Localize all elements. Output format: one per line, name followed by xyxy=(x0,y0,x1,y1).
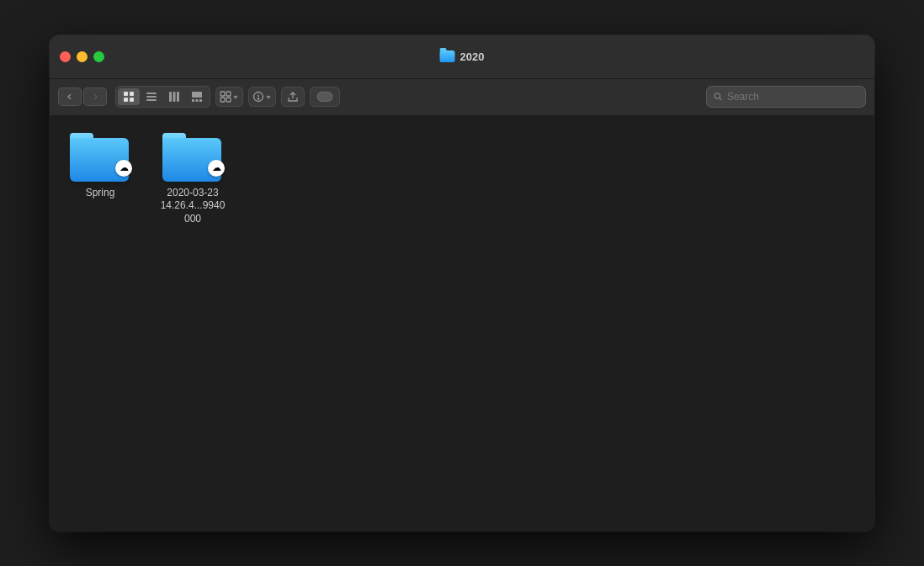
svg-rect-1 xyxy=(130,92,134,96)
view-gallery-button[interactable] xyxy=(186,88,208,105)
share-button[interactable] xyxy=(281,87,305,107)
list-item[interactable]: ☁ 2020-03-2314.26.4...9940000 xyxy=(159,133,226,226)
list-item[interactable]: ☁ Spring xyxy=(66,133,134,226)
view-column-button[interactable] xyxy=(163,88,185,105)
group-button[interactable] xyxy=(215,87,243,107)
svg-rect-22 xyxy=(317,93,332,102)
svg-rect-17 xyxy=(226,98,231,102)
toolbar xyxy=(50,79,874,116)
view-list-button[interactable] xyxy=(141,88,162,105)
svg-rect-9 xyxy=(177,92,179,102)
tag-button[interactable] xyxy=(310,87,340,107)
forward-button[interactable] xyxy=(83,87,107,106)
titlebar: 2020 xyxy=(50,35,874,79)
view-buttons xyxy=(115,86,210,108)
svg-rect-0 xyxy=(124,92,128,96)
cloud-badge: ☁ xyxy=(115,160,132,177)
nav-buttons xyxy=(58,87,107,106)
folder-icon: ☁ xyxy=(70,133,130,182)
file-content: ☁ Spring ☁ 2020-03-2314.26.4...9940000 xyxy=(50,116,874,532)
svg-rect-8 xyxy=(173,92,176,102)
cloud-badge: ☁ xyxy=(208,160,225,177)
svg-point-23 xyxy=(714,93,720,98)
svg-rect-12 xyxy=(196,99,199,102)
close-button[interactable] xyxy=(60,51,71,62)
svg-line-24 xyxy=(720,98,722,100)
svg-rect-10 xyxy=(192,92,202,98)
maximize-button[interactable] xyxy=(93,51,104,62)
file-grid: ☁ Spring ☁ 2020-03-2314.26.4...9940000 xyxy=(66,133,858,226)
svg-rect-15 xyxy=(226,92,231,96)
svg-rect-3 xyxy=(130,98,134,102)
svg-rect-11 xyxy=(192,99,194,102)
finder-window: 2020 xyxy=(50,35,874,532)
title-folder-icon xyxy=(440,50,455,62)
view-icon-button[interactable] xyxy=(118,88,140,105)
search-bar xyxy=(706,86,866,108)
action-button[interactable] xyxy=(248,87,276,107)
window-title: 2020 xyxy=(440,50,485,63)
svg-rect-7 xyxy=(169,92,172,102)
search-input[interactable] xyxy=(727,91,858,103)
svg-rect-5 xyxy=(146,96,157,98)
traffic-lights xyxy=(60,51,104,62)
file-name: Spring xyxy=(86,187,115,200)
back-button[interactable] xyxy=(58,87,82,106)
svg-rect-14 xyxy=(220,92,225,96)
svg-rect-16 xyxy=(220,98,225,102)
svg-rect-13 xyxy=(199,99,202,102)
search-icon xyxy=(714,92,723,102)
svg-point-20 xyxy=(258,98,258,99)
window-title-text: 2020 xyxy=(460,50,485,63)
svg-rect-2 xyxy=(124,98,128,102)
file-name: 2020-03-2314.26.4...9940000 xyxy=(159,187,226,226)
minimize-button[interactable] xyxy=(77,51,88,62)
folder-icon: ☁ xyxy=(162,133,223,182)
svg-rect-6 xyxy=(146,99,157,101)
svg-rect-4 xyxy=(146,93,157,94)
